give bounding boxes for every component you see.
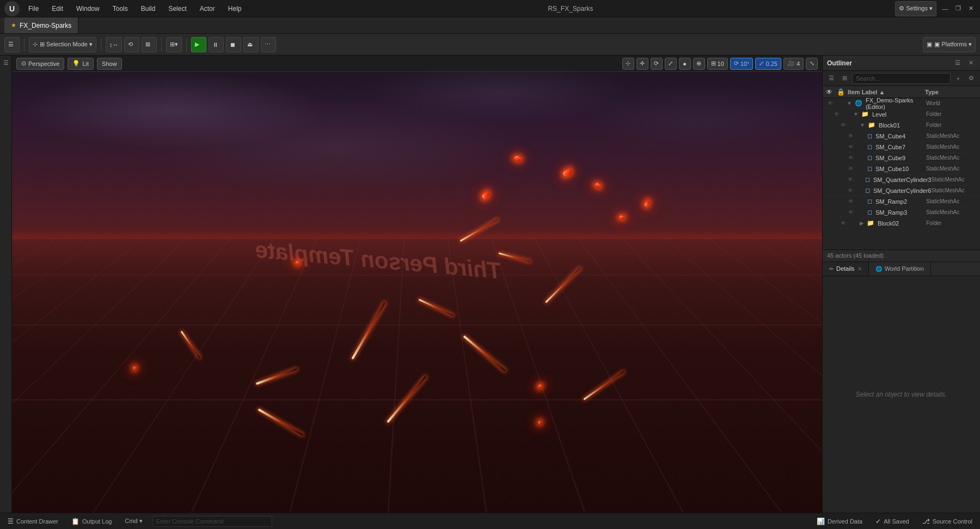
- sidebar-toggle-icon[interactable]: ☰: [1, 58, 11, 68]
- eye-icon-qcyl6[interactable]: 👁: [846, 187, 855, 193]
- mesh-icon-smcube4: ◻: [867, 132, 872, 139]
- settings-button[interactable]: ⚙ Settings ▾: [895, 1, 936, 16]
- stop-button[interactable]: ⏹: [226, 37, 241, 52]
- tab-details[interactable]: ✏ Details ✕: [823, 262, 869, 276]
- vr-button[interactable]: ⊕: [693, 58, 705, 70]
- minimize-button[interactable]: —: [941, 4, 950, 13]
- col-label-header[interactable]: Item Label ▲: [848, 89, 925, 95]
- translate-button[interactable]: ✛: [636, 58, 648, 70]
- tree-item-block01[interactable]: 👁 ▼ 📁 Block01 Folder: [823, 120, 980, 131]
- output-log-button[interactable]: 📋 Output Log: [68, 516, 115, 526]
- sidebar-toggle-button[interactable]: ☰: [4, 37, 20, 52]
- tree-item-ramp2[interactable]: 👁 ◻ SM_Ramp2 StaticMeshAc: [823, 196, 980, 207]
- eye-icon-block02[interactable]: 👁: [838, 220, 849, 226]
- tree-item-block02[interactable]: 👁 ▶ 📁 Block02 Folder: [823, 218, 980, 229]
- tree-label-block01: Block01: [879, 122, 926, 129]
- menu-edit[interactable]: Edit: [47, 3, 68, 15]
- arrow-block02[interactable]: ▶: [860, 220, 864, 226]
- outliner-settings-button[interactable]: ⚙: [966, 73, 977, 84]
- scale-button[interactable]: ⊠: [142, 37, 157, 52]
- tree-label-smcube4: SM_Cube4: [875, 133, 926, 139]
- menu-select[interactable]: Select: [164, 3, 191, 15]
- transform-button[interactable]: ↕↔: [106, 37, 122, 52]
- eye-icon-qcyl3[interactable]: 👁: [846, 177, 855, 183]
- tree-item-smcube7[interactable]: 👁 ◻ SM_Cube7 StaticMeshAc: [823, 142, 980, 153]
- content-drawer-button[interactable]: ☰ Content Drawer: [4, 516, 62, 526]
- tree-item-ramp3[interactable]: 👁 ◻ SM_Ramp3 StaticMeshAc: [823, 207, 980, 218]
- menu-help[interactable]: Help: [224, 3, 246, 15]
- tree-indent-smcube7: ◻ SM_Cube7: [867, 143, 926, 150]
- close-button[interactable]: ✕: [967, 4, 976, 13]
- menu-tools[interactable]: Tools: [108, 3, 132, 15]
- grid-value: 10: [718, 60, 724, 67]
- eject-button[interactable]: ⏏: [243, 37, 259, 52]
- camera-speed-button[interactable]: 🎥 4: [783, 58, 804, 70]
- tree-label-smcube7: SM_Cube7: [875, 144, 926, 150]
- eye-icon-smcube4[interactable]: 👁: [846, 133, 856, 139]
- derived-data-label: Derived Data: [828, 518, 862, 525]
- outliner-close-button[interactable]: ✕: [966, 58, 976, 68]
- outliner-search[interactable]: [852, 73, 951, 84]
- tree-item-qcyl3[interactable]: 👁 ◻ SM_QuarterCylinder3 StaticMeshAc: [823, 174, 980, 185]
- tree-item-smcube4[interactable]: 👁 ◻ SM_Cube4 StaticMeshAc: [823, 131, 980, 142]
- outliner-view-button[interactable]: ⊞: [839, 73, 850, 84]
- outliner-add-button[interactable]: +: [953, 73, 964, 84]
- menu-build[interactable]: Build: [137, 3, 160, 15]
- realtime-button[interactable]: ●: [679, 58, 691, 70]
- scale-snap-button[interactable]: ⤢ 0.25: [755, 58, 781, 70]
- selection-mode-button[interactable]: ⊹ ⊞ Selection Mode ▾: [29, 37, 96, 52]
- derived-data-button[interactable]: 📊 Derived Data: [813, 516, 866, 526]
- tree-type-smcube7: StaticMeshAc: [926, 144, 978, 150]
- menu-actor[interactable]: Actor: [195, 3, 219, 15]
- tree-item-smcube10[interactable]: 👁 ◻ SM_Cube10 StaticMeshAc: [823, 163, 980, 174]
- source-control-button[interactable]: ⎇ Source Control: [919, 516, 976, 526]
- play-button[interactable]: ▶: [191, 37, 206, 52]
- menu-window[interactable]: Window: [72, 3, 104, 15]
- snap-angle-button[interactable]: ⟳ 10°: [730, 58, 754, 70]
- outliner-menu-button[interactable]: ☰: [953, 58, 963, 68]
- rotate-button[interactable]: ⟲: [124, 37, 139, 52]
- console-input[interactable]: [152, 516, 272, 527]
- scale-gizmo-button[interactable]: ⤢: [665, 58, 677, 70]
- eye-icon-ramp3[interactable]: 👁: [846, 209, 856, 215]
- ue-logo[interactable]: U: [4, 1, 20, 16]
- col-eye: 👁: [826, 88, 837, 96]
- perspective-button[interactable]: ⊙ Perspective: [16, 58, 64, 70]
- cmd-button[interactable]: Cmd ▾: [121, 516, 145, 526]
- eye-icon-block01[interactable]: 👁: [838, 122, 849, 128]
- arrow-world[interactable]: ▼: [847, 100, 852, 106]
- eye-icon-smcube10[interactable]: 👁: [846, 166, 856, 172]
- eye-icon-world[interactable]: 👁: [825, 100, 836, 106]
- platforms-button[interactable]: ▣ ▣ Platforms ▾: [923, 37, 976, 52]
- rotate-gizmo-button[interactable]: ⟳: [651, 58, 663, 70]
- all-saved-button[interactable]: ✓ All Saved: [872, 516, 912, 526]
- snap-settings-button[interactable]: ⊞▾: [166, 37, 182, 52]
- tab-world-partition[interactable]: 🌐 World Partition: [869, 262, 931, 276]
- tree-item-qcyl6[interactable]: 👁 ◻ SM_QuarterCylinder6 StaticMeshAc: [823, 185, 980, 196]
- restore-button[interactable]: ❐: [954, 4, 963, 13]
- eye-icon-ramp2[interactable]: 👁: [846, 198, 856, 204]
- show-button[interactable]: Show: [97, 58, 122, 70]
- tree-item-smcube9[interactable]: 👁 ◻ SM_Cube9 StaticMeshAc: [823, 153, 980, 163]
- toolbar: ☰ ⊹ ⊞ Selection Mode ▾ ↕↔ ⟲ ⊠ ⊞▾ ▶ ⏸ ⏹ ⏏…: [0, 34, 980, 56]
- lit-button[interactable]: 💡 Lit: [68, 58, 94, 70]
- eye-icon-level[interactable]: 👁: [831, 111, 842, 117]
- eye-icon-smcube7[interactable]: 👁: [846, 144, 856, 150]
- editor-tab[interactable]: ★ FX_Demo-Sparks: [4, 17, 78, 33]
- more-options-button[interactable]: ⋯: [261, 37, 276, 52]
- arrow-block01[interactable]: ▼: [860, 122, 865, 128]
- tree-type-world: World: [926, 100, 978, 106]
- tree-item-level[interactable]: 👁 ▼ 📁 Level Folder: [823, 109, 980, 120]
- details-tab-close[interactable]: ✕: [857, 266, 862, 272]
- maximize-button[interactable]: ⤡: [806, 58, 818, 70]
- grid-size-button[interactable]: ⊞ 10: [707, 58, 728, 70]
- arrow-level[interactable]: ▼: [853, 111, 859, 117]
- transform-gizmo-button[interactable]: ⊹: [622, 58, 634, 70]
- viewport-scene[interactable]: Third Person Template: [12, 56, 822, 513]
- tree-item-world[interactable]: 👁 ▼ 🌐 FX_Demo-Sparks (Editor) World: [823, 98, 980, 109]
- outliner-filter-button[interactable]: ☰: [826, 73, 837, 84]
- pause-button[interactable]: ⏸: [209, 37, 224, 52]
- menu-file[interactable]: File: [24, 3, 43, 15]
- eye-icon-smcube9[interactable]: 👁: [846, 155, 856, 161]
- bottom-panel: ✏ Details ✕ 🌐 World Partition Select an …: [823, 262, 980, 513]
